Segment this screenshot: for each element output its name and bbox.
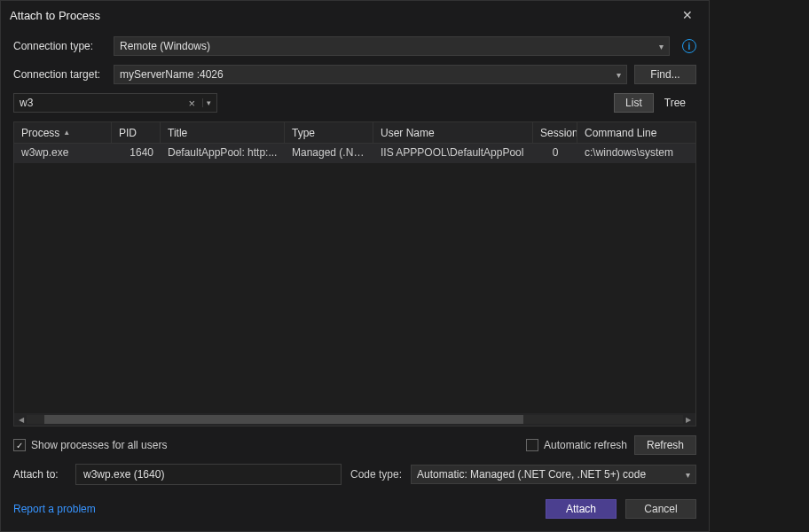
attach-to-value: w3wp.exe (1640) [83, 468, 164, 481]
connection-type-row: Connection type: Remote (Windows) ▾ i [13, 36, 696, 56]
clear-icon[interactable]: × [185, 97, 199, 110]
attach-to-field[interactable]: w3wp.exe (1640) [75, 464, 342, 485]
footer-buttons: Attach Cancel [546, 499, 696, 519]
chevron-down-icon: ▾ [617, 70, 621, 80]
checkbox-icon[interactable] [526, 439, 538, 451]
scroll-left-icon[interactable]: ◀ [16, 414, 27, 425]
close-icon[interactable]: ✕ [675, 4, 700, 26]
process-grid: Process▲ PID Title Type User Name Sessio… [13, 121, 696, 426]
view-toggle: List Tree [614, 93, 696, 113]
scroll-track[interactable] [27, 415, 683, 424]
cell-cmd: c:\windows\system [577, 144, 695, 163]
grid-body: w3wp.exe 1640 DefaultAppPool: http:... M… [14, 144, 695, 413]
footer: Report a problem Attach Cancel [13, 499, 696, 519]
titlebar: Attach to Process ✕ [1, 1, 709, 29]
show-all-users-check[interactable]: Show processes for all users [13, 439, 167, 451]
connection-type-value: Remote (Windows) [120, 40, 210, 52]
cell-process: w3wp.exe [14, 144, 112, 163]
filter-row: × ▾ List Tree [13, 93, 696, 113]
checkbox-icon[interactable] [13, 439, 26, 451]
attach-to-label: Attach to: [13, 468, 67, 481]
refresh-button[interactable]: Refresh [634, 435, 696, 455]
col-pid[interactable]: PID [112, 122, 161, 143]
code-type-value: Automatic: Managed (.NET Core, .NET 5+) … [417, 468, 646, 481]
horizontal-scrollbar[interactable]: ◀ ▶ [14, 413, 695, 426]
connection-target-value: myServerName :4026 [120, 68, 224, 81]
connection-target-row: Connection target: myServerName :4026 ▾ … [13, 65, 696, 84]
cell-type: Managed (.NE... [285, 144, 373, 163]
connection-type-label: Connection type: [13, 40, 106, 52]
table-row[interactable]: w3wp.exe 1640 DefaultAppPool: http:... M… [14, 144, 695, 163]
dialog-body: Connection type: Remote (Windows) ▾ i Co… [1, 29, 709, 531]
filter-input[interactable] [20, 97, 185, 109]
options-row: Show processes for all users Automatic r… [13, 435, 696, 455]
cell-title: DefaultAppPool: http:... [161, 144, 285, 163]
code-type-dropdown[interactable]: Automatic: Managed (.NET Core, .NET 5+) … [411, 465, 696, 484]
report-problem-link[interactable]: Report a problem [13, 503, 96, 515]
cancel-button[interactable]: Cancel [625, 499, 696, 519]
cell-session: 0 [533, 144, 577, 163]
code-type-label: Code type: [350, 468, 402, 481]
cell-user: IIS APPPOOL\DefaultAppPool [373, 144, 533, 163]
tree-toggle[interactable]: Tree [654, 93, 696, 113]
col-title[interactable]: Title [161, 122, 285, 143]
attach-button[interactable]: Attach [546, 499, 617, 519]
scroll-thumb[interactable] [44, 415, 523, 424]
attach-to-process-dialog: Attach to Process ✕ Connection type: Rem… [0, 0, 710, 532]
attach-to-row: Attach to: w3wp.exe (1640) Code type: Au… [13, 464, 696, 485]
col-cmd[interactable]: Command Line [577, 122, 695, 143]
grid-header: Process▲ PID Title Type User Name Sessio… [14, 122, 695, 144]
auto-refresh-check[interactable]: Automatic refresh [526, 439, 627, 451]
col-session[interactable]: Session [533, 122, 577, 143]
col-process[interactable]: Process▲ [14, 122, 112, 143]
connection-target-dropdown[interactable]: myServerName :4026 ▾ [114, 65, 627, 84]
find-button[interactable]: Find... [634, 65, 696, 84]
show-all-users-label: Show processes for all users [31, 439, 167, 451]
filter-input-wrap: × ▾ [13, 93, 217, 113]
list-toggle[interactable]: List [614, 93, 654, 113]
col-user[interactable]: User Name [373, 122, 533, 143]
scroll-right-icon[interactable]: ▶ [683, 414, 694, 425]
cell-pid: 1640 [112, 144, 161, 163]
col-type[interactable]: Type [285, 122, 373, 143]
filter-dropdown-icon[interactable]: ▾ [202, 98, 211, 107]
sort-asc-icon: ▲ [63, 129, 70, 137]
window-title: Attach to Process [10, 9, 100, 22]
auto-refresh-label: Automatic refresh [544, 439, 627, 451]
chevron-down-icon: ▾ [659, 42, 664, 51]
connection-type-dropdown[interactable]: Remote (Windows) ▾ [114, 36, 670, 56]
connection-target-label: Connection target: [13, 68, 106, 81]
chevron-down-icon: ▾ [686, 470, 690, 480]
info-icon[interactable]: i [682, 39, 696, 53]
